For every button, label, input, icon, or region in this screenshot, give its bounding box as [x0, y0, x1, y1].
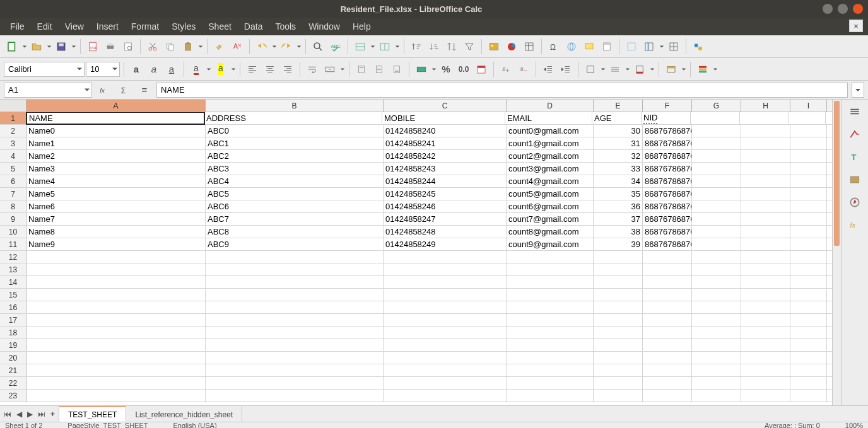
cell[interactable]	[594, 314, 643, 326]
cell[interactable]	[692, 339, 741, 351]
cell[interactable]	[384, 327, 507, 338]
cell[interactable]	[507, 314, 594, 326]
cell[interactable]	[692, 175, 741, 187]
cell[interactable]: count4@gmail.com	[507, 175, 594, 187]
row-header[interactable]: 22	[0, 377, 26, 389]
align-right-button[interactable]	[279, 61, 296, 78]
cell[interactable]	[790, 263, 827, 275]
merge-dropdown[interactable]	[339, 67, 345, 72]
comment-button[interactable]	[581, 38, 597, 55]
cell[interactable]: count5@gmail.com	[507, 188, 594, 200]
cell[interactable]	[594, 289, 643, 301]
row-header[interactable]: 4	[0, 150, 26, 162]
cell[interactable]: 86876786876872	[643, 150, 692, 162]
cell[interactable]	[790, 226, 827, 238]
cell[interactable]: 86876786876875	[643, 188, 692, 200]
row-header[interactable]: 13	[0, 263, 26, 275]
cell[interactable]	[507, 251, 594, 263]
column-header-B[interactable]: B	[206, 100, 384, 112]
row-header[interactable]: 23	[0, 390, 26, 402]
cell[interactable]	[692, 377, 741, 389]
select-all-corner[interactable]	[0, 100, 26, 112]
cell[interactable]	[741, 301, 790, 313]
row-header[interactable]: 14	[0, 276, 26, 288]
cell[interactable]	[206, 364, 384, 376]
cell[interactable]	[692, 137, 741, 149]
tab-first-button[interactable]: ⏮	[3, 410, 13, 419]
tab-last-button[interactable]: ⏭	[37, 410, 47, 419]
cell[interactable]	[507, 301, 594, 313]
sidebar-styles-icon[interactable]: T	[847, 149, 863, 165]
cell[interactable]	[26, 251, 206, 263]
cell[interactable]	[790, 251, 827, 263]
date-button[interactable]	[473, 61, 490, 78]
cell[interactable]: 86876786876870	[643, 125, 692, 137]
row-header[interactable]: 7	[0, 188, 26, 200]
cell[interactable]	[384, 314, 507, 326]
cell[interactable]	[594, 339, 643, 351]
column-header-E[interactable]: E	[594, 100, 643, 112]
cell-reference-box[interactable]: A1	[4, 83, 92, 98]
sidebar-properties-icon[interactable]	[847, 126, 863, 142]
cell[interactable]	[692, 200, 741, 212]
special-char-button[interactable]: Ω	[546, 38, 562, 55]
cell[interactable]	[692, 314, 741, 326]
cell[interactable]: 86876786876871	[643, 137, 692, 149]
cell[interactable]	[692, 352, 741, 364]
font-color-dropdown[interactable]	[206, 67, 211, 72]
cell[interactable]: count2@gmail.com	[507, 150, 594, 162]
cell[interactable]	[741, 188, 790, 200]
cell[interactable]	[643, 263, 692, 275]
cell[interactable]	[594, 263, 643, 275]
cell[interactable]	[206, 251, 384, 263]
split-window-button[interactable]	[666, 38, 682, 55]
cell[interactable]	[790, 175, 827, 187]
cell[interactable]	[741, 238, 790, 250]
cell[interactable]	[643, 276, 692, 288]
border-style-dropdown[interactable]	[625, 67, 630, 72]
cell[interactable]	[206, 263, 384, 275]
increase-indent-button[interactable]	[540, 61, 556, 78]
border-color-dropdown[interactable]	[649, 67, 655, 72]
cell[interactable]	[790, 213, 827, 225]
formula-input[interactable]: NAME	[156, 83, 848, 98]
cell[interactable]: ABC5	[206, 188, 384, 200]
cell[interactable]	[692, 327, 741, 338]
cell[interactable]	[692, 213, 741, 225]
cell[interactable]	[206, 352, 384, 364]
cell[interactable]	[790, 390, 827, 402]
cell[interactable]	[790, 314, 827, 326]
cell[interactable]: count6@gmail.com	[507, 200, 594, 212]
cell[interactable]	[692, 289, 741, 301]
cell[interactable]	[384, 289, 507, 301]
spreadsheet-grid[interactable]: A B C D E F G H I 1NAMEADDRESSMOBILEEMAI…	[0, 100, 832, 405]
currency-button[interactable]	[413, 61, 430, 78]
row-header[interactable]: 19	[0, 339, 26, 351]
cell[interactable]	[790, 238, 827, 250]
cell[interactable]: 86876786876876	[643, 200, 692, 212]
cell[interactable]	[741, 175, 790, 187]
cell[interactable]	[384, 352, 507, 364]
row-button[interactable]	[352, 38, 368, 55]
save-dropdown[interactable]	[71, 44, 76, 49]
cell[interactable]	[692, 238, 741, 250]
cell[interactable]	[790, 150, 827, 162]
clone-formatting-button[interactable]	[211, 38, 228, 55]
cell[interactable]: NID	[642, 112, 691, 124]
sidebar-navigator-icon[interactable]	[847, 194, 863, 211]
remove-decimal-button[interactable]: .0−	[515, 61, 532, 78]
cell[interactable]	[741, 125, 790, 137]
underline-button[interactable]: a	[163, 61, 180, 78]
cell[interactable]	[741, 327, 790, 338]
cell[interactable]: Name6	[26, 200, 206, 212]
row-header[interactable]: 11	[0, 238, 26, 250]
cell[interactable]	[790, 276, 827, 288]
add-decimal-button[interactable]: .0+	[498, 61, 514, 78]
copy-button[interactable]	[162, 38, 179, 55]
cell[interactable]: ABC6	[206, 200, 384, 212]
merge-cells-button[interactable]	[322, 61, 338, 78]
cell[interactable]	[594, 276, 643, 288]
cell[interactable]	[741, 364, 790, 376]
autoformat-button[interactable]	[663, 61, 679, 78]
cell[interactable]	[507, 364, 594, 376]
